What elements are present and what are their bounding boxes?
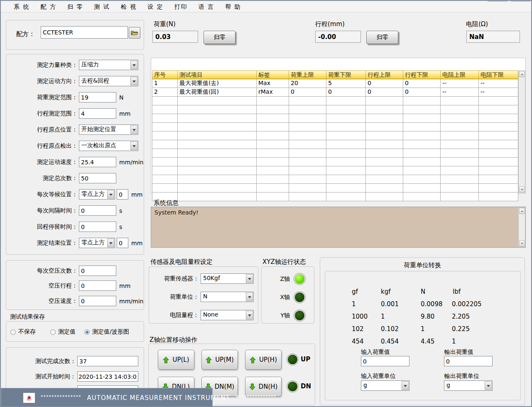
interval-input[interactable] bbox=[79, 205, 116, 216]
radio-icon[interactable] bbox=[50, 329, 56, 335]
input-load-unit-select[interactable]: g bbox=[361, 380, 409, 391]
force-type-select[interactable]: 压缩力 bbox=[79, 60, 138, 70]
completed-count-input[interactable] bbox=[77, 356, 138, 366]
input-load-value[interactable] bbox=[361, 356, 409, 366]
output-load-unit-select[interactable]: g bbox=[444, 380, 493, 391]
table-row[interactable]: 1 最大荷重值(去) Max 20 5 0 0 -- -- bbox=[152, 79, 518, 88]
radio-no-save[interactable]: 不保存 bbox=[10, 328, 36, 336]
col-item[interactable]: 测试项目 bbox=[178, 71, 257, 79]
wait-pos-offset-input[interactable] bbox=[117, 189, 128, 200]
load-range-label: 荷重测定范围： bbox=[6, 94, 78, 101]
direction-select[interactable]: 去程&回程 bbox=[79, 76, 138, 86]
output-load-value-label: 輸出荷重值 bbox=[444, 349, 473, 356]
test-items-panel: 序号 测试项目 标签 荷重上限 荷重下限 行程上限 行程下限 电阻上限 电阻下限… bbox=[151, 58, 526, 194]
field-start-time: 测试开始时间： bbox=[6, 371, 141, 382]
start-time-label: 测试开始时间： bbox=[6, 373, 76, 380]
menu-recipe[interactable]: 配 方 bbox=[35, 3, 61, 11]
radio-measured-value[interactable]: 测定值 bbox=[50, 328, 76, 336]
col-stroke-lo[interactable]: 行程下限 bbox=[403, 71, 441, 79]
field-completed-count: 测试完成次数： bbox=[6, 356, 141, 366]
air-speed-label: 空压速度： bbox=[6, 297, 78, 305]
stroke-range-input[interactable] bbox=[79, 108, 116, 119]
field-wait-pos: 每次等候位置： 零点上方 mm bbox=[6, 189, 141, 200]
up-mid-button[interactable]: UP(M) bbox=[201, 350, 238, 370]
menu-view[interactable]: 检 视 bbox=[115, 3, 142, 11]
menu-help[interactable]: 帮 助 bbox=[220, 3, 246, 11]
chevron-down-icon bbox=[130, 125, 137, 134]
radio-icon[interactable] bbox=[10, 329, 16, 335]
radio-icon[interactable] bbox=[84, 329, 90, 335]
wait-pos-select[interactable]: 零点上方 bbox=[79, 189, 115, 200]
chevron-down-icon bbox=[107, 190, 114, 199]
up-low-button[interactable]: UP(L) bbox=[158, 350, 194, 370]
unit-conversion-inner: gf kgf N lbf 1 0.001 0.0098 0.002205 100… bbox=[325, 271, 521, 400]
field-load-unit: 荷重单位： N bbox=[149, 292, 256, 302]
start-time-input[interactable] bbox=[77, 371, 138, 382]
table-scrollbar[interactable] bbox=[518, 71, 525, 193]
resistance-readout-value: NaN bbox=[466, 31, 520, 43]
load-zero-button[interactable]: 归零 bbox=[203, 31, 235, 44]
menu-language[interactable]: 语 言 bbox=[193, 3, 220, 11]
radio-value-waveform-label: 测定值/波形图 bbox=[92, 328, 129, 336]
stroke-readout-label: 行程(mm) bbox=[315, 20, 345, 28]
xyz-group-title: XYZ轴运行状态 bbox=[262, 258, 306, 266]
field-load-sensor: 荷重传感器： 50Kgf bbox=[149, 273, 256, 284]
table-row-empty bbox=[152, 166, 518, 175]
interval-unit: s bbox=[119, 207, 122, 214]
col-seq[interactable]: 序号 bbox=[152, 71, 178, 79]
input-load-value-label: 输入荷重值 bbox=[361, 349, 390, 356]
recipe-input[interactable] bbox=[41, 26, 128, 39]
air-count-input[interactable] bbox=[79, 266, 116, 276]
load-sensor-select[interactable]: 50Kgf bbox=[201, 273, 254, 284]
col-load-lo[interactable]: 荷重下限 bbox=[326, 71, 366, 79]
load-readout-value: 0.03 bbox=[152, 31, 198, 43]
menu-test[interactable]: 测 试 bbox=[88, 3, 115, 11]
field-origin-pos: 行程原点位置： 开始测定位置 bbox=[6, 124, 141, 135]
unit-conversion-group: 荷重单位转换 gf kgf N lbf 1 0.001 0.0098 0.002… bbox=[320, 257, 525, 405]
res-range-select[interactable]: None bbox=[201, 310, 254, 320]
col-tag[interactable]: 标签 bbox=[257, 71, 289, 79]
scroll-up-icon[interactable] bbox=[519, 71, 525, 77]
message-scrollbar[interactable] bbox=[518, 207, 525, 247]
browse-recipe-button[interactable] bbox=[129, 27, 140, 39]
scroll-down-icon[interactable] bbox=[519, 186, 525, 193]
load-range-input[interactable] bbox=[79, 92, 116, 102]
total-times-input[interactable] bbox=[79, 173, 116, 183]
load-unit-select[interactable]: N bbox=[201, 292, 254, 302]
end-pos-select[interactable]: 零点上方 bbox=[79, 238, 115, 248]
origin-detect-label: 行程原点检出： bbox=[6, 142, 78, 150]
scroll-down-icon[interactable] bbox=[519, 240, 525, 246]
up-led-label: UP bbox=[301, 356, 310, 363]
total-times-label: 测定总次数： bbox=[6, 175, 78, 182]
menu-zero[interactable]: 归 零 bbox=[62, 3, 88, 11]
end-pos-offset-input[interactable] bbox=[117, 238, 128, 248]
up-arrow-icon bbox=[163, 356, 169, 363]
stroke-zero-button[interactable]: 归零 bbox=[366, 31, 398, 44]
air-stroke-input[interactable] bbox=[79, 280, 116, 291]
menu-system[interactable]: 系 统 bbox=[8, 3, 35, 11]
return-dwell-input[interactable] bbox=[79, 222, 116, 232]
col-stroke-hi[interactable]: 行程上限 bbox=[366, 71, 403, 79]
scroll-up-icon[interactable] bbox=[519, 208, 525, 214]
menu-settings[interactable]: 设 定 bbox=[142, 3, 169, 11]
air-speed-input[interactable] bbox=[79, 296, 116, 306]
menu-print[interactable]: 打印 bbox=[169, 3, 193, 11]
speed-input[interactable] bbox=[79, 157, 116, 167]
origin-pos-select[interactable]: 开始测定位置 bbox=[79, 124, 138, 135]
table-row[interactable]: 2 最大荷重值(回) rMax 0 0 0 0 -- -- bbox=[152, 88, 518, 97]
system-message-box: System Ready! bbox=[151, 207, 526, 248]
output-load-unit-label: 輸出荷重单位 bbox=[444, 373, 479, 380]
up-high-button[interactable]: UP(H) bbox=[245, 350, 282, 370]
table-row-empty bbox=[152, 123, 518, 132]
load-readout-label: 荷重(N) bbox=[154, 20, 176, 28]
table-row-empty bbox=[152, 97, 518, 105]
origin-detect-select[interactable]: 一次检出原点 bbox=[79, 141, 138, 151]
chevron-down-icon bbox=[402, 381, 409, 390]
field-load-range: 荷重测定范围： N bbox=[6, 92, 141, 102]
output-load-value[interactable] bbox=[444, 356, 493, 366]
col-res-lo[interactable]: 电阻下限 bbox=[479, 71, 518, 79]
air-stroke-unit: mm bbox=[119, 283, 130, 289]
col-load-hi[interactable]: 荷重上限 bbox=[289, 71, 326, 79]
radio-value-waveform[interactable]: 测定值/波形图 bbox=[84, 328, 129, 336]
col-res-hi[interactable]: 电阻上限 bbox=[441, 71, 479, 79]
